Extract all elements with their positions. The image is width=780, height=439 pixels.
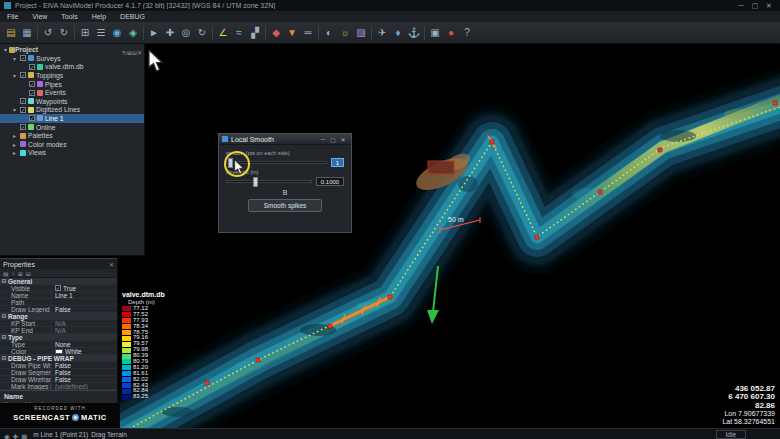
capture-icon[interactable]: ▣ xyxy=(427,25,443,41)
vessel-icon[interactable]: ♦ xyxy=(390,25,406,41)
property-value[interactable]: White xyxy=(52,348,117,355)
dialog-close-button[interactable]: ✕ xyxy=(338,136,348,143)
close-button[interactable]: ✕ xyxy=(762,2,776,10)
twisty-icon[interactable]: ▾ xyxy=(2,46,9,53)
open-project-icon[interactable]: ▤ xyxy=(3,25,19,41)
dialog-minimize-button[interactable]: ─ xyxy=(318,136,328,142)
title-bar[interactable]: Project - EIVA NaviModel Producer 4.1.7 … xyxy=(0,0,780,11)
checkbox[interactable]: ✓ xyxy=(20,55,26,61)
tree-item-toppings[interactable]: ▾✓Toppings xyxy=(0,71,144,80)
checkbox[interactable]: ✓ xyxy=(20,124,26,130)
properties-close-icon[interactable]: ✕ xyxy=(109,261,114,268)
menu-file[interactable]: File xyxy=(0,11,25,22)
pan-tool-icon[interactable]: ✚ xyxy=(162,25,178,41)
tree-item-pipes[interactable]: ✓Pipes xyxy=(0,80,144,89)
property-value[interactable]: None xyxy=(52,341,117,348)
close-panel-icon[interactable]: ✕ xyxy=(137,50,142,56)
property-row-mark-images-folder[interactable]: Mark Images Folder(undefined) xyxy=(0,383,117,390)
tree-item-valve-dtm-db[interactable]: ✓valve.dtm.db xyxy=(0,63,144,72)
twisty-icon[interactable]: ▾ xyxy=(11,106,18,113)
checkbox[interactable]: ✓ xyxy=(29,64,35,70)
collapse-icon[interactable]: ⊟ xyxy=(0,278,8,284)
menu-view[interactable]: View xyxy=(25,11,54,22)
pipeline-tool-icon[interactable]: ═ xyxy=(300,25,316,41)
minimize-button[interactable]: ─ xyxy=(734,2,748,9)
property-value[interactable]: N/A xyxy=(52,320,117,327)
tree-item-events[interactable]: ✓Events xyxy=(0,88,144,97)
menu-tools[interactable]: Tools xyxy=(54,11,84,22)
globe-view-icon[interactable]: ◉ xyxy=(109,25,125,41)
undo-icon[interactable]: ↺ xyxy=(40,25,56,41)
grid-icon[interactable]: ▦ xyxy=(21,433,27,439)
twisty-icon[interactable]: ▾ xyxy=(11,55,18,62)
tree-item-line-1[interactable]: ✓Line 1 xyxy=(0,114,144,123)
save-icon[interactable]: ▦ xyxy=(19,25,35,41)
aircraft-icon[interactable]: ✈ xyxy=(374,25,390,41)
tree-item-views[interactable]: ▸Views xyxy=(0,149,144,158)
tree-root-row[interactable]: ▾ Project ↻⊞⊟✕ xyxy=(0,45,144,54)
camera-icon[interactable]: ◐ xyxy=(321,25,337,41)
checkbox[interactable]: ✓ xyxy=(20,98,26,104)
property-value[interactable]: (undefined) xyxy=(52,383,117,390)
categorized-icon[interactable]: ▤ xyxy=(3,270,9,277)
measure-tool-icon[interactable]: ∠ xyxy=(215,25,231,41)
checkbox[interactable]: ✓ xyxy=(29,90,35,96)
zoom-tool-icon[interactable]: ◎ xyxy=(178,25,194,41)
dialog-title-bar[interactable]: Local Smooth ─ ▢ ✕ xyxy=(219,134,351,145)
crosshair-icon[interactable]: ✚ xyxy=(13,433,18,439)
rotate-tool-icon[interactable]: ↻ xyxy=(194,25,210,41)
expand-rows-icon[interactable]: ⊞ xyxy=(18,270,23,277)
tree-item-color-modes[interactable]: ▸Color modes xyxy=(0,140,144,149)
grid-view-icon[interactable]: ⊞ xyxy=(77,25,93,41)
select-tool-icon[interactable]: ► xyxy=(146,25,162,41)
checkbox[interactable]: ✓ xyxy=(20,72,26,78)
property-value[interactable]: False xyxy=(52,362,117,369)
light-icon[interactable]: ☼ xyxy=(337,25,353,41)
property-value[interactable]: False xyxy=(52,376,117,383)
marker-tool-icon[interactable]: ▼ xyxy=(284,25,300,41)
3d-viewport[interactable]: 50 m xyxy=(118,44,780,428)
twisty-icon[interactable]: ▸ xyxy=(11,149,18,156)
window-value-box[interactable]: 1 xyxy=(331,158,344,167)
record-icon[interactable]: ● xyxy=(443,25,459,41)
model-3d-view-icon[interactable]: ◈ xyxy=(125,25,141,41)
checkbox[interactable]: ✓ xyxy=(29,81,35,87)
property-value[interactable]: N/A xyxy=(52,327,117,334)
tree-item-online[interactable]: ✓Online xyxy=(0,123,144,132)
property-value[interactable]: False xyxy=(52,306,117,313)
profile-tool-icon[interactable]: ≈ xyxy=(231,25,247,41)
item-icon xyxy=(37,90,43,96)
alphabetical-icon[interactable]: ↓ xyxy=(12,270,15,276)
cross-section-tool-icon[interactable]: ▞ xyxy=(247,25,263,41)
redo-icon[interactable]: ↻ xyxy=(56,25,72,41)
snap-icon[interactable]: ◉ xyxy=(4,433,10,439)
waypoint-tool-icon[interactable]: ◆ xyxy=(268,25,284,41)
twisty-icon[interactable]: ▾ xyxy=(11,72,18,79)
threshold-slider-handle[interactable] xyxy=(253,177,258,187)
help-icon[interactable]: ? xyxy=(459,25,475,41)
property-value[interactable]: Line 1 xyxy=(52,292,117,299)
collapse-rows-icon[interactable]: ⊟ xyxy=(26,270,31,277)
menu-help[interactable]: Help xyxy=(85,11,113,22)
checkbox[interactable]: ✓ xyxy=(20,107,26,113)
checkbox[interactable]: ✓ xyxy=(29,115,35,121)
property-value[interactable]: ✓True xyxy=(52,285,117,292)
collapse-icon[interactable]: ⊟ xyxy=(0,313,8,319)
twisty-icon[interactable]: ▸ xyxy=(11,141,18,148)
twisty-icon[interactable]: ▸ xyxy=(11,132,18,139)
menu-debug[interactable]: DEBUG xyxy=(113,11,152,22)
smooth-spikes-button[interactable]: Smooth spikes xyxy=(248,199,322,212)
palette-icon[interactable]: ▨ xyxy=(353,25,369,41)
dialog-maximize-button[interactable]: ▢ xyxy=(328,136,338,143)
tree-item-palettes[interactable]: ▸Palettes xyxy=(0,131,144,140)
collapse-icon[interactable]: ⊟ xyxy=(0,355,8,361)
collapse-icon[interactable]: ⊟ xyxy=(0,334,8,340)
property-value[interactable]: False xyxy=(52,369,117,376)
threshold-value-box[interactable]: 0.1000 xyxy=(316,177,344,186)
tree-item-digitized-lines[interactable]: ▾✓Digitized Lines xyxy=(0,106,144,115)
tree-item-waypoints[interactable]: ✓Waypoints xyxy=(0,97,144,106)
list-view-icon[interactable]: ☰ xyxy=(93,25,109,41)
checkbox[interactable]: ✓ xyxy=(55,285,61,291)
maximize-button[interactable]: ▢ xyxy=(748,2,762,10)
anchor-icon[interactable]: ⚓ xyxy=(406,25,422,41)
